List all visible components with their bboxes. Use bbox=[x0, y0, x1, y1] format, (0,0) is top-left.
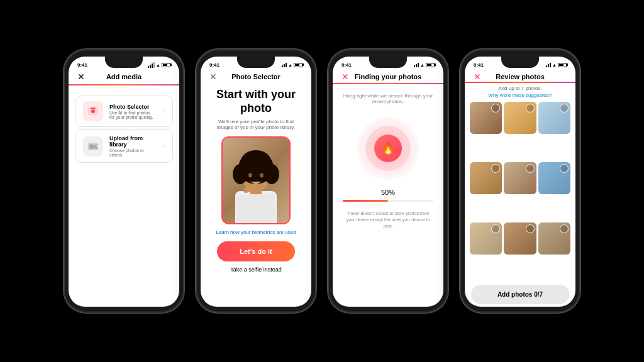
phone2-header: ✕ Photo Selector bbox=[201, 70, 311, 83]
photo-selector-label: Photo Selector bbox=[109, 104, 157, 110]
time-3: 9:41 bbox=[341, 62, 352, 68]
phone-finding-photos: 9:41 ▲ ✕ Finding your photos Hang tight … bbox=[328, 49, 448, 313]
upload-label: Upload from library bbox=[109, 135, 157, 148]
menu-item-upload[interactable]: Upload from library Choose photos or vid… bbox=[75, 129, 173, 163]
select-indicator-6 bbox=[560, 164, 569, 173]
bar3-2 bbox=[286, 63, 287, 67]
add-up-text: Add up to 7 photos. bbox=[465, 85, 575, 91]
photo-selector-icon bbox=[83, 101, 103, 121]
select-indicator-8 bbox=[526, 224, 535, 233]
notch-4 bbox=[501, 57, 539, 68]
status-icons-1: ▲ bbox=[148, 62, 170, 68]
photo-cell-3[interactable] bbox=[538, 102, 570, 134]
phones-container: 9:41 ▲ ✕ Add media bbox=[64, 49, 580, 313]
lets-do-it-button[interactable]: Let's do it bbox=[217, 241, 295, 261]
select-indicator-9 bbox=[560, 224, 569, 233]
phone-photo-selector: 9:41 ▲ ✕ Photo Selector Start with your … bbox=[196, 49, 316, 313]
photo-cell-5[interactable] bbox=[504, 162, 536, 194]
svg-point-11 bbox=[241, 150, 271, 173]
close-button-2[interactable]: ✕ bbox=[209, 72, 217, 82]
why-suggested-link[interactable]: Why were these suggested? bbox=[465, 92, 575, 98]
upload-sub: Choose photos or videos. bbox=[109, 148, 157, 157]
finding-content: Hang tight while we search through your … bbox=[333, 87, 443, 307]
signal-1 bbox=[148, 62, 155, 68]
phone2-content: Start with your photo We'll use your pro… bbox=[201, 83, 311, 307]
signal-2 bbox=[282, 63, 287, 67]
phone1-header: ✕ Add media bbox=[69, 70, 179, 84]
time-2: 9:41 bbox=[209, 62, 219, 68]
photo-cell-2[interactable] bbox=[504, 102, 536, 134]
select-indicator-3 bbox=[560, 104, 569, 112]
progress-bar-container bbox=[343, 200, 433, 202]
phone-add-media: 9:41 ▲ ✕ Add media bbox=[64, 49, 184, 313]
add-photos-button[interactable]: Add photos 0/7 bbox=[471, 285, 569, 304]
take-selfie-link[interactable]: Take a selfie instead bbox=[211, 266, 301, 273]
svg-rect-14 bbox=[236, 194, 275, 223]
photo-cell-1[interactable] bbox=[470, 102, 502, 134]
flame-icon: 🔥 bbox=[381, 141, 395, 155]
wifi-icon-3: ▲ bbox=[420, 63, 425, 67]
bar2-2 bbox=[284, 64, 285, 67]
select-indicator-5 bbox=[526, 164, 535, 173]
photo-grid bbox=[465, 102, 575, 281]
divider-1 bbox=[69, 84, 179, 85]
bar2-3 bbox=[416, 64, 417, 67]
bar1-4 bbox=[546, 65, 547, 67]
signal-3 bbox=[414, 63, 419, 67]
phone2-screen: 9:41 ▲ ✕ Photo Selector Start with your … bbox=[201, 57, 311, 307]
signal-4 bbox=[546, 63, 551, 67]
chevron-right-icon-1: › bbox=[163, 108, 165, 115]
circle-inner: 🔥 bbox=[374, 134, 402, 162]
status-icons-3: ▲ bbox=[414, 63, 435, 67]
wifi-icon: ▲ bbox=[156, 63, 160, 67]
bar1-2 bbox=[282, 65, 283, 67]
battery-icon-2 bbox=[294, 63, 303, 67]
photo-cell-4[interactable] bbox=[470, 162, 502, 194]
upload-text: Upload from library Choose photos or vid… bbox=[109, 135, 157, 157]
bar4 bbox=[153, 62, 155, 68]
phone4-header: ✕ Review photos bbox=[465, 70, 575, 82]
photo-selector-description: We'll use your profile photo to find ima… bbox=[211, 119, 301, 130]
phone-review-photos: 9:41 ▲ ✕ Review photos Add up to 7 photo… bbox=[460, 49, 580, 313]
close-button-4[interactable]: ✕ bbox=[474, 72, 481, 82]
notch-2 bbox=[237, 57, 275, 68]
bar1 bbox=[148, 66, 149, 68]
photo-selector-text: Photo Selector Use AI to find photos for… bbox=[109, 104, 157, 119]
menu-item-photo-selector[interactable]: Photo Selector Use AI to find photos for… bbox=[75, 96, 173, 127]
notch bbox=[105, 57, 143, 68]
battery-icon-1 bbox=[162, 63, 170, 67]
phone3-screen: 9:41 ▲ ✕ Finding your photos Hang tight … bbox=[333, 57, 443, 307]
battery-icon-4 bbox=[558, 63, 567, 67]
divider-4 bbox=[465, 82, 575, 83]
finding-subtitle: Hang tight while we search through your … bbox=[343, 93, 433, 104]
bar3-3 bbox=[418, 63, 419, 67]
progress-percentage: 50% bbox=[381, 189, 395, 196]
divider-3 bbox=[333, 83, 443, 84]
svg-point-4 bbox=[91, 145, 92, 146]
phone3-header: ✕ Finding your photos bbox=[333, 70, 443, 83]
phone1-title: Add media bbox=[106, 73, 142, 80]
battery-icon-3 bbox=[426, 63, 435, 67]
finding-disclaimer: Tinder doesn't collect or store photos f… bbox=[343, 211, 433, 229]
upload-icon bbox=[83, 136, 103, 156]
phone1-screen: 9:41 ▲ ✕ Add media bbox=[69, 57, 179, 307]
profile-photo-frame bbox=[221, 136, 291, 224]
svg-point-1 bbox=[91, 109, 95, 113]
bar2-4 bbox=[548, 64, 549, 67]
bar1-3 bbox=[414, 65, 415, 67]
bar2 bbox=[150, 65, 151, 68]
phone4-screen: 9:41 ▲ ✕ Review photos Add up to 7 photo… bbox=[465, 57, 575, 307]
biometrics-link[interactable]: Learn how your biometrics are used bbox=[211, 229, 301, 235]
photo-cell-9[interactable] bbox=[538, 222, 570, 255]
close-button-3[interactable]: ✕ bbox=[341, 72, 349, 82]
select-indicator-2 bbox=[526, 104, 535, 112]
time-1: 9:41 bbox=[77, 62, 87, 68]
photo-cell-6[interactable] bbox=[538, 162, 570, 194]
chevron-right-icon-2: › bbox=[163, 143, 165, 150]
photo-cell-8[interactable] bbox=[504, 222, 536, 255]
close-button-1[interactable]: ✕ bbox=[77, 72, 85, 82]
wifi-icon-4: ▲ bbox=[552, 63, 557, 67]
photo-cell-7[interactable] bbox=[470, 222, 502, 255]
time-4: 9:41 bbox=[474, 62, 484, 68]
status-icons-4: ▲ bbox=[546, 63, 567, 67]
